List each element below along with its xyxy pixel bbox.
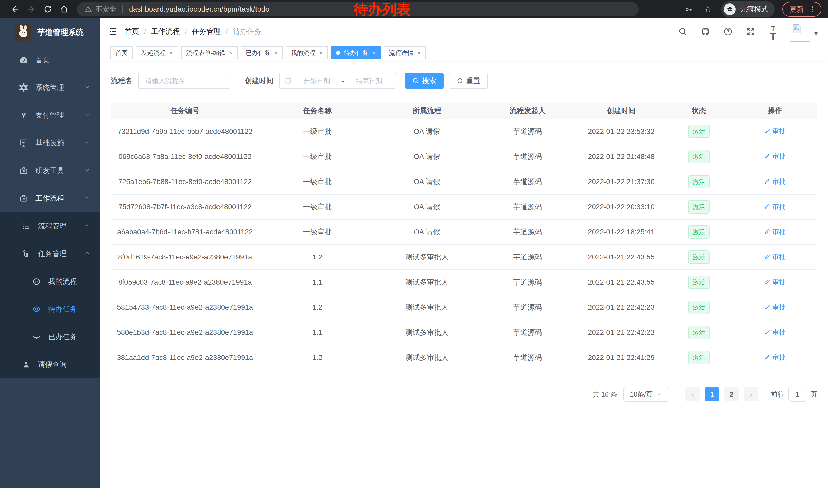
page-button-1[interactable]: 1 bbox=[705, 387, 719, 402]
edit-pencil-icon bbox=[764, 203, 770, 210]
sidebar-item-todo[interactable]: 待办任务 bbox=[0, 295, 100, 323]
browser-forward-icon[interactable] bbox=[23, 1, 40, 17]
approve-link[interactable]: 审批 bbox=[764, 328, 786, 337]
edit-pencil-icon bbox=[764, 329, 770, 335]
search-button[interactable]: 搜索 bbox=[405, 73, 444, 89]
breadcrumb-workflow[interactable]: 工作流程 bbox=[151, 27, 180, 36]
status-badge: 激活 bbox=[688, 150, 710, 163]
approve-link[interactable]: 审批 bbox=[764, 253, 786, 262]
approve-link[interactable]: 审批 bbox=[764, 227, 786, 236]
tab-todo-tasks[interactable]: 待办任务× bbox=[331, 46, 381, 59]
sidebar-item-label: 请假查询 bbox=[38, 360, 67, 369]
status-badge: 激活 bbox=[688, 326, 710, 339]
page-button-2[interactable]: 2 bbox=[724, 387, 739, 402]
sidebar-item-leave-query[interactable]: 请假查询 bbox=[0, 351, 100, 378]
process-name: OA 请假 bbox=[376, 119, 478, 144]
edit-pencil-icon bbox=[764, 279, 770, 285]
filter-bar: 流程名 创建时间 开始日期 - 结束日期 搜索 重置 bbox=[111, 73, 817, 89]
update-button[interactable]: 更新 ⋮ bbox=[782, 2, 821, 17]
task-id: a6aba0a4-7b6d-11ec-b781-acde48001122 bbox=[111, 220, 259, 244]
sidebar-item-infra[interactable]: 基础设施 bbox=[0, 129, 100, 157]
browser-back-icon[interactable] bbox=[7, 1, 23, 17]
sidebar-item-system[interactable]: 系统管理 bbox=[0, 74, 100, 101]
status-badge: 激活 bbox=[688, 225, 710, 238]
browser-home-icon[interactable] bbox=[56, 1, 72, 17]
sidebar-item-workflow[interactable]: 工作流程 bbox=[0, 185, 100, 212]
tags-view: 首页 发起流程× 流程表单-编辑× 已办任务× 我的流程× 待办任务× 流程详情… bbox=[100, 45, 828, 61]
breadcrumb-home[interactable]: 首页 bbox=[125, 27, 139, 36]
close-icon[interactable]: × bbox=[229, 50, 233, 56]
workflow-submenu: 流程管理 任务管理 我的流程 待办任务 bbox=[0, 212, 100, 378]
approve-link[interactable]: 审批 bbox=[764, 177, 786, 186]
sidebar-item-label: 任务管理 bbox=[38, 249, 67, 259]
table-row: 381aa1dd-7ac8-11ec-a9e2-a2380e71991a 1.2… bbox=[111, 345, 817, 370]
approve-link[interactable]: 审批 bbox=[764, 353, 786, 362]
breadcrumb-task-mgmt[interactable]: 任务管理 bbox=[192, 27, 220, 36]
prev-page-button[interactable]: ‹ bbox=[686, 387, 700, 402]
tab-start-process[interactable]: 发起流程× bbox=[136, 46, 178, 59]
avatar[interactable] bbox=[790, 21, 810, 42]
incognito-indicator[interactable]: 无痕模式 bbox=[721, 1, 775, 17]
approve-link[interactable]: 审批 bbox=[764, 202, 786, 211]
sidebar-item-done[interactable]: 已办任务 bbox=[0, 323, 100, 351]
close-icon[interactable]: × bbox=[169, 50, 173, 56]
page-size-select[interactable]: 10条/页 bbox=[623, 387, 668, 402]
status-badge: 激活 bbox=[688, 351, 710, 364]
close-icon[interactable]: × bbox=[417, 50, 421, 56]
task-name: 1.1 bbox=[259, 320, 376, 345]
reset-button[interactable]: 重置 bbox=[449, 73, 488, 89]
date-range-picker[interactable]: 开始日期 - 结束日期 bbox=[279, 73, 396, 89]
help-icon[interactable] bbox=[722, 26, 734, 37]
create-time-label: 创建时间 bbox=[245, 76, 274, 86]
edit-pencil-icon bbox=[764, 229, 770, 235]
tab-home[interactable]: 首页 bbox=[110, 46, 133, 59]
search-icon[interactable] bbox=[677, 26, 689, 37]
password-key-icon[interactable] bbox=[683, 4, 695, 15]
task-id: 75d72608-7b7f-11ec-a3c8-acde48001122 bbox=[111, 194, 259, 220]
process-name: 测试多审批人 bbox=[376, 345, 478, 370]
avatar-caret-icon[interactable]: ▾ bbox=[815, 30, 818, 37]
github-icon[interactable] bbox=[700, 26, 711, 37]
start-date-placeholder[interactable]: 开始日期 bbox=[295, 77, 338, 85]
not-secure-warning[interactable]: 不安全 bbox=[85, 5, 116, 14]
goto-page-input[interactable] bbox=[788, 387, 806, 402]
tab-form-edit[interactable]: 流程表单-编辑× bbox=[181, 46, 238, 59]
initiator: 芋道源码 bbox=[478, 169, 577, 194]
approve-link[interactable]: 审批 bbox=[764, 278, 786, 287]
task-name: 1.2 bbox=[259, 244, 376, 270]
goto-unit: 页 bbox=[811, 390, 817, 399]
total-count: 共 16 条 bbox=[593, 390, 617, 399]
sidebar-item-pay[interactable]: ¥ 支付管理 bbox=[0, 101, 100, 129]
approve-link[interactable]: 审批 bbox=[764, 127, 786, 136]
sidebar-item-home[interactable]: 首页 bbox=[0, 46, 100, 74]
sidebar-collapse-icon[interactable] bbox=[105, 23, 121, 40]
tab-my-process[interactable]: 我的流程× bbox=[286, 46, 328, 59]
red-annotation-title: 待办列表 bbox=[354, 0, 411, 19]
sidebar-item-my-process[interactable]: 我的流程 bbox=[0, 268, 100, 295]
page-url[interactable]: dashboard.yudao.iocoder.cn/bpm/task/todo bbox=[129, 5, 269, 13]
bookmark-star-icon[interactable]: ☆ bbox=[702, 4, 714, 15]
sidebar-item-process-mgmt[interactable]: 流程管理 bbox=[0, 212, 100, 240]
goto-label: 前往 bbox=[771, 390, 784, 399]
sidebar-item-devtool[interactable]: 研发工具 bbox=[0, 157, 100, 185]
sidebar-item-task-mgmt[interactable]: 任务管理 bbox=[0, 240, 100, 268]
app-logo[interactable]: 芋道管理系统 bbox=[0, 18, 100, 46]
next-page-button[interactable]: › bbox=[744, 387, 758, 402]
end-date-placeholder[interactable]: 结束日期 bbox=[347, 77, 390, 85]
browser-menu-icon[interactable]: ⋮ bbox=[809, 5, 816, 14]
approve-link[interactable]: 审批 bbox=[764, 152, 786, 161]
close-icon[interactable]: × bbox=[319, 50, 323, 56]
tab-process-detail[interactable]: 流程详情× bbox=[384, 46, 426, 59]
approve-link[interactable]: 审批 bbox=[764, 303, 786, 312]
font-size-icon[interactable]: TT bbox=[767, 26, 779, 37]
process-name-input[interactable] bbox=[138, 73, 230, 89]
task-name: 1.1 bbox=[259, 270, 376, 295]
tab-done-tasks[interactable]: 已办任务× bbox=[241, 46, 283, 59]
dashboard-icon bbox=[18, 55, 29, 64]
fullscreen-icon[interactable] bbox=[745, 26, 756, 37]
col-actions: 操作 bbox=[732, 102, 817, 119]
close-icon[interactable]: × bbox=[274, 50, 278, 56]
close-icon[interactable]: × bbox=[372, 50, 376, 56]
initiator: 芋道源码 bbox=[478, 144, 577, 169]
browser-reload-icon[interactable] bbox=[40, 1, 56, 17]
